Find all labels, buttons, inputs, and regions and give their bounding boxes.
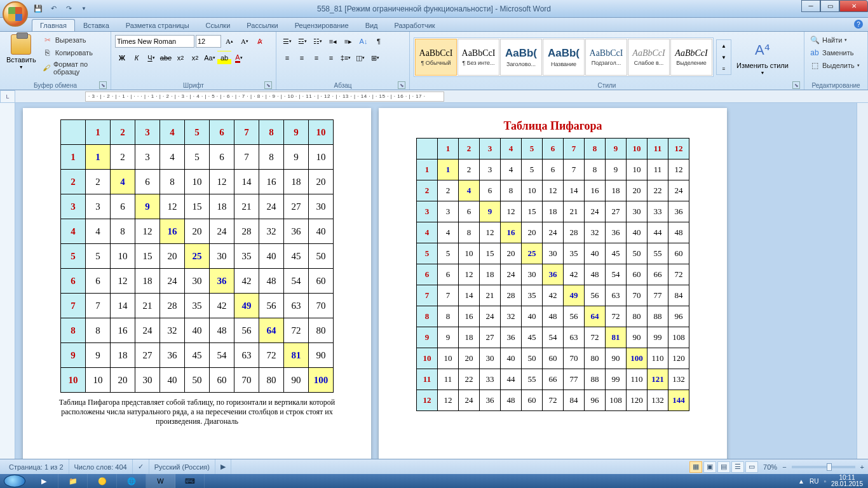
launcher-icon[interactable]: ⬊ <box>264 81 272 89</box>
style-item[interactable]: AaBb(Название <box>543 39 585 76</box>
font-size-combo[interactable] <box>196 35 221 48</box>
select-button[interactable]: ⬚Выделить▾ <box>808 60 861 71</box>
italic-button[interactable]: К <box>130 51 144 65</box>
show-marks-button[interactable]: ¶ <box>372 34 386 48</box>
vertical-scrollbar[interactable] <box>857 103 868 459</box>
style-item[interactable]: AaBbCcI¶ Без инте... <box>458 39 499 76</box>
font-color-button[interactable]: A▾ <box>232 51 246 65</box>
replace-button[interactable]: abЗаменить <box>808 47 861 58</box>
task-keyboard[interactable]: ⌨ <box>175 474 205 488</box>
status-proof[interactable]: ✓ <box>133 459 149 474</box>
line-spacing-button[interactable]: ‡≡▾ <box>339 51 353 65</box>
tab-references[interactable]: Ссылки <box>198 19 239 31</box>
tab-home[interactable]: Главная <box>32 19 75 31</box>
style-item[interactable]: AaBbCcIСлабое в... <box>628 39 670 76</box>
tray-lang[interactable]: RU <box>810 478 818 485</box>
change-styles-button[interactable]: A⁴ Изменить стили ▼ <box>734 39 791 76</box>
grow-font-button[interactable]: A▴ <box>222 34 236 48</box>
zoom-slider[interactable] <box>792 466 855 468</box>
bold-button[interactable]: Ж <box>115 51 129 65</box>
tab-mailings[interactable]: Рассылки <box>238 19 286 31</box>
task-browser[interactable]: 🌐 <box>117 474 146 488</box>
launcher-icon[interactable]: ⬊ <box>99 81 107 89</box>
subscript-button[interactable]: x2 <box>173 51 187 65</box>
tray-flag-icon[interactable]: ▫ <box>824 478 826 485</box>
align-center-button[interactable]: ≡ <box>295 51 309 65</box>
maximize-button[interactable]: ▭ <box>820 0 839 12</box>
tab-view[interactable]: Вид <box>357 19 386 31</box>
launcher-icon[interactable]: ⬊ <box>792 81 800 89</box>
tab-developer[interactable]: Разработчик <box>386 19 444 31</box>
draft-view[interactable]: ▭ <box>745 461 758 473</box>
zoom-out-button[interactable]: − <box>782 463 786 471</box>
status-macro[interactable]: ▶ <box>215 459 231 474</box>
horizontal-ruler[interactable]: · 3 · | · 2 · | · 1 · | · · · | · 1 · | … <box>85 92 444 102</box>
find-button[interactable]: 🔍Найти▾ <box>808 34 861 46</box>
undo-icon[interactable]: ↶ <box>47 3 60 15</box>
paste-button[interactable]: Вставить ▼ <box>4 33 39 71</box>
highlight-button[interactable]: ab <box>217 51 231 65</box>
task-word[interactable]: W <box>146 474 175 488</box>
page-1[interactable]: 1234567891011234567891022468101214161820… <box>23 108 371 459</box>
print-layout-view[interactable]: ▦ <box>689 461 702 473</box>
web-view[interactable]: ▤ <box>717 461 730 473</box>
launcher-icon[interactable]: ⬊ <box>398 81 405 89</box>
clear-format-button[interactable]: A̷ <box>253 34 267 48</box>
style-item[interactable]: AaBb(Заголово... <box>500 39 542 76</box>
status-page[interactable]: Страница: 1 из 2 <box>4 459 69 474</box>
tab-review[interactable]: Рецензирование <box>287 19 357 31</box>
style-item[interactable]: AaBbCcIВыделение <box>670 39 712 76</box>
outline-view[interactable]: ☰ <box>731 461 744 473</box>
ruler-corner[interactable]: L <box>0 90 15 103</box>
copy-button[interactable]: ⎘Копировать <box>41 47 107 58</box>
justify-button[interactable]: ≡ <box>324 51 338 65</box>
task-chrome[interactable]: 🟡 <box>88 474 117 488</box>
tray-up-icon[interactable]: ▲ <box>798 478 804 485</box>
close-button[interactable]: ✕ <box>839 0 868 12</box>
numbering-button[interactable]: ☲▾ <box>295 34 309 48</box>
sort-button[interactable]: A↓ <box>356 34 370 48</box>
align-right-button[interactable]: ≡ <box>309 51 323 65</box>
underline-button[interactable]: Ч▾ <box>144 51 158 65</box>
fullscreen-view[interactable]: ▣ <box>703 461 716 473</box>
increase-indent-button[interactable]: ≡▸ <box>341 34 355 48</box>
status-words[interactable]: Число слов: 404 <box>69 459 133 474</box>
qat-dropdown-icon[interactable]: ▼ <box>78 3 90 15</box>
style-item[interactable]: AaBbCcI¶ Обычный <box>415 39 457 76</box>
style-item[interactable]: AaBbCcIПодзагол... <box>585 39 627 76</box>
align-left-button[interactable]: ≡ <box>280 51 294 65</box>
cut-button[interactable]: ✂Вырезать <box>41 34 107 46</box>
superscript-button[interactable]: x2 <box>188 51 202 65</box>
group-editing: 🔍Найти▾ abЗаменить ⬚Выделить▾ Редактиров… <box>804 32 868 90</box>
styles-gallery[interactable]: AaBbCcI¶ ОбычныйAaBbCcI¶ Без инте...AaBb… <box>414 37 714 77</box>
font-family-combo[interactable] <box>115 35 194 48</box>
minimize-button[interactable]: ─ <box>801 0 820 12</box>
gallery-up-icon[interactable]: ▲ <box>717 40 731 51</box>
multilevel-button[interactable]: ☷▾ <box>311 34 325 48</box>
vertical-ruler[interactable] <box>0 103 15 459</box>
office-button[interactable] <box>3 1 28 27</box>
page-2[interactable]: Таблица Пифагора 12345678910111211234567… <box>379 108 727 459</box>
start-button[interactable] <box>4 475 25 487</box>
save-icon[interactable]: 💾 <box>32 3 44 15</box>
tab-pagelayout[interactable]: Разметка страницы <box>118 19 198 31</box>
task-media[interactable]: ▶ <box>29 474 58 488</box>
zoom-in-button[interactable]: + <box>860 463 864 471</box>
strike-button[interactable]: abe <box>159 51 173 65</box>
help-icon[interactable]: ? <box>854 20 863 29</box>
shading-button[interactable]: ◫▾ <box>353 51 367 65</box>
format-painter-button[interactable]: 🖌Формат по образцу <box>41 60 107 76</box>
shrink-font-button[interactable]: A▾ <box>238 34 252 48</box>
tray-clock[interactable]: 10:11 28.01.2015 <box>831 475 863 487</box>
status-language[interactable]: Русский (Россия) <box>149 459 215 474</box>
task-explorer[interactable]: 📁 <box>58 474 88 488</box>
gallery-more-icon[interactable]: ≡ <box>717 63 731 74</box>
gallery-down-icon[interactable]: ▼ <box>717 51 731 63</box>
decrease-indent-button[interactable]: ≡◂ <box>326 34 340 48</box>
zoom-value[interactable]: 70% <box>763 463 777 471</box>
borders-button[interactable]: ⊞▾ <box>368 51 382 65</box>
change-case-button[interactable]: Aa▾ <box>203 51 217 65</box>
tab-insert[interactable]: Вставка <box>75 19 118 31</box>
redo-icon[interactable]: ↷ <box>62 3 75 15</box>
bullets-button[interactable]: ☰▾ <box>280 34 294 48</box>
